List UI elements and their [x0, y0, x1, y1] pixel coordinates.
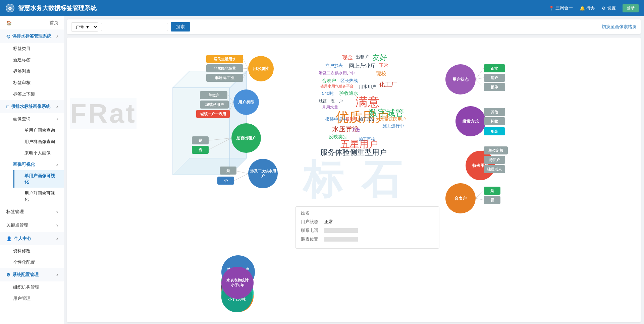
gear-icon2: ⚙: [6, 272, 10, 277]
phone-value: [324, 228, 358, 233]
word-cloud-item[interactable]: 施工进行中: [382, 123, 404, 129]
switch-link[interactable]: 切换至画像索格页: [602, 24, 637, 30]
sidebar-item-user-group-query[interactable]: 用户群画像查询: [13, 136, 64, 147]
box-residents-water[interactable]: 居民生活用水: [206, 55, 243, 63]
box-no3[interactable]: 否: [484, 196, 500, 204]
layout: 🏠 首页 ◎ 供排水标签管理系统 ∧ 标签类目 新建标签 标签列表 标签审核: [0, 0, 644, 324]
box-escrow[interactable]: 托收: [484, 117, 505, 125]
sidebar-item-key-manage[interactable]: 关键点管理 ∨: [0, 218, 64, 232]
node-is-rent[interactable]: 是否出租户: [231, 123, 261, 153]
info-row-status: 用户状态 正常: [301, 219, 434, 225]
word-cloud-item[interactable]: 报装申请中: [325, 116, 347, 122]
sidebar-item-single-user-viz[interactable]: 单用户画像可视化: [13, 170, 64, 188]
node-payment-method[interactable]: 缴费方式: [455, 106, 486, 136]
home-icon: 🏠: [6, 20, 12, 25]
sidebar-item-image-query[interactable]: 画像查询 ∧: [7, 113, 64, 125]
word-cloud-item[interactable]: 网上营业厅: [349, 63, 376, 70]
search-button[interactable]: 搜索: [171, 22, 190, 31]
word-cloud-item[interactable]: 大水量居民用户: [376, 116, 406, 122]
box-suspend[interactable]: 报停: [484, 83, 505, 91]
sidebar-item-personal[interactable]: 👤 个人中心 ∧: [0, 232, 64, 245]
box-other[interactable]: 其他: [484, 108, 505, 116]
sidebar-item-personal-config[interactable]: 个性化配置: [7, 257, 64, 268]
bubble-meter-age[interactable]: 水表表龄统计小于6年: [221, 267, 254, 299]
chevron-icon6: ∨: [56, 223, 58, 227]
box-non-residents[interactable]: 非居民非经营: [206, 64, 243, 72]
box-arrears[interactable]: 待回户: [484, 156, 505, 164]
box-cash[interactable]: 现金: [484, 127, 505, 135]
word-cloud-item[interactable]: 区长热线: [340, 78, 358, 84]
word-cloud-item[interactable]: 化工厂: [379, 80, 397, 88]
box-yes2[interactable]: 是: [220, 167, 236, 175]
nav-settings[interactable]: ⚙ 设置: [602, 5, 616, 11]
word-cloud-item[interactable]: 服务体验侧重型用户: [320, 147, 387, 157]
nav-location[interactable]: 📍 三网合一: [549, 5, 573, 11]
node-combined-meter[interactable]: 合表户: [445, 183, 476, 213]
sidebar-item-label-review[interactable]: 标签审核: [7, 77, 64, 88]
sidebar-item-image-viz[interactable]: 画像可视化 ∧: [7, 159, 64, 170]
sidebar-item-profile-edit[interactable]: 资料修改: [7, 245, 64, 257]
word-cloud-item[interactable]: 友好: [372, 53, 387, 63]
label-system-icon: ◎: [6, 34, 10, 39]
header-left: 智慧水务大数据标签管理系统: [5, 3, 97, 13]
word-cloud-item[interactable]: 院校: [376, 70, 386, 77]
login-button[interactable]: 登录: [623, 4, 639, 12]
word-cloud-item[interactable]: 用水用户: [359, 84, 376, 90]
sidebar-item-label-category[interactable]: 标签类目: [7, 43, 64, 54]
sidebar-item-supply-image[interactable]: □ 供排水标签画像系统 ∧: [0, 100, 64, 113]
node-secondary-supply[interactable]: 涉及二次供水用户: [248, 159, 278, 188]
word-cloud-item[interactable]: 正常: [379, 63, 388, 69]
main-content: 户号 ▼ 搜索 切换至画像索格页 标 石 FRat: [64, 16, 644, 324]
word-cloud-item[interactable]: 施工报告: [359, 116, 375, 122]
sidebar-item-single-user-query[interactable]: 单用户画像查询: [13, 125, 64, 136]
sidebar-sub-viz: 单用户画像可视化 用户群画像可视化: [7, 170, 64, 205]
sidebar-item-label-offline[interactable]: 标签上下架: [7, 88, 64, 100]
word-cloud-item[interactable]: 540吨: [322, 90, 334, 96]
word-cloud-item[interactable]: 施工审核: [359, 136, 375, 142]
box-no2[interactable]: 否: [217, 177, 234, 185]
sidebar-sub-supply: 标签类目 新建标签 标签列表 标签审核 标签上下架: [0, 43, 64, 100]
svg-line-18: [476, 79, 484, 87]
box-single-user[interactable]: 单位户: [200, 91, 227, 99]
info-row-name: 姓名: [301, 210, 434, 216]
nav-notification[interactable]: 🔔 待办: [580, 5, 595, 11]
sidebar-item-label-manage[interactable]: 标签管理 ∨: [0, 205, 64, 218]
box-elderly[interactable]: 独居老人: [484, 165, 505, 173]
search-select[interactable]: 户号 ▼: [71, 22, 98, 31]
box-city-user[interactable]: 城镇已用户: [200, 101, 229, 109]
node-water-property[interactable]: 用水属性: [248, 56, 274, 81]
sidebar-item-org-manage[interactable]: 组织机构管理: [7, 281, 64, 293]
box-non-residents2[interactable]: 非居民-工业: [206, 74, 243, 82]
info-row-phone: 联系电话: [301, 228, 434, 234]
chevron-icon4: ∧: [56, 163, 58, 167]
box-yes1[interactable]: 是: [192, 136, 209, 144]
search-input[interactable]: [101, 23, 168, 31]
word-cloud-item[interactable]: 现金: [342, 54, 353, 61]
sidebar-item-home[interactable]: 🏠 首页: [0, 16, 64, 29]
logo-icon: [5, 3, 15, 13]
person-icon: 👤: [6, 236, 12, 241]
word-cloud-item[interactable]: 涉及二次供水用户中: [319, 70, 355, 76]
node-user-type[interactable]: 用户类型: [233, 89, 259, 115]
word-cloud-item[interactable]: 省用水用气服务平台: [320, 84, 354, 89]
word-cloud-item[interactable]: 城镇一表一户: [319, 99, 343, 104]
sidebar-item-supply-label[interactable]: ◎ 供排水标签管理系统 ∧: [0, 29, 64, 43]
box-city-one[interactable]: 城镇一户一表用: [196, 110, 230, 118]
box-yes3[interactable]: 是: [484, 187, 500, 195]
box-no1[interactable]: 否: [192, 146, 209, 154]
sidebar-item-label-list[interactable]: 标签列表: [7, 66, 64, 77]
sidebar-item-user-group-viz[interactable]: 用户群画像可视化: [13, 188, 64, 205]
word-cloud-item[interactable]: 出租户: [356, 54, 370, 60]
sidebar-item-visitor-image[interactable]: 来电个人画像: [13, 147, 64, 159]
sidebar-item-sys-config[interactable]: ⚙ 系统配置管理 ∧: [0, 268, 64, 281]
word-cloud-item[interactable]: 合表户: [322, 78, 336, 84]
sidebar-item-user-manage[interactable]: 用户管理: [7, 293, 64, 304]
sidebar-item-new-label[interactable]: 新建标签: [7, 54, 64, 66]
box-normal[interactable]: 正常: [484, 64, 505, 72]
node-user-status[interactable]: 用户状态: [445, 64, 476, 94]
box-unit-escrow[interactable]: 单位定额: [484, 146, 508, 154]
chevron-icon3: ∧: [56, 117, 58, 121]
box-sales[interactable]: 销户: [484, 74, 505, 82]
word-cloud-item[interactable]: 立户抄表: [325, 63, 343, 69]
word-cloud-item[interactable]: 月数: [352, 127, 360, 133]
